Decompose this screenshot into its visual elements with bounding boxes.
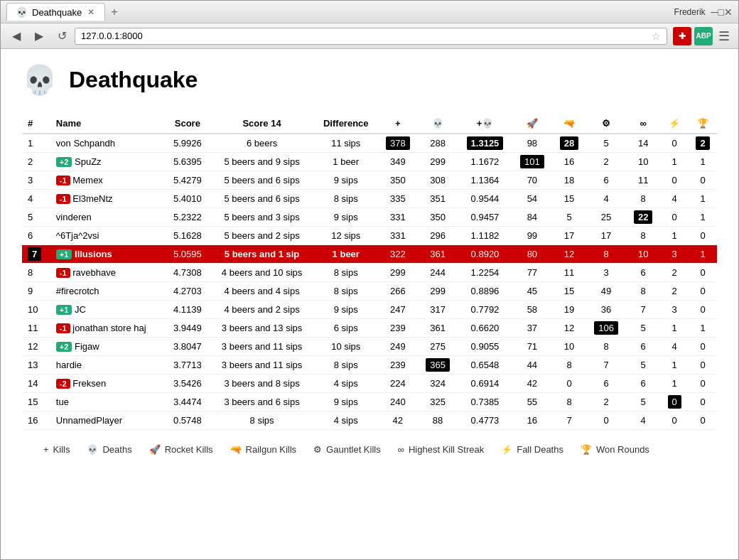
cell-deaths: 361 xyxy=(418,319,458,338)
cell-diff: 8 sips xyxy=(314,356,378,375)
table-row: 8-1 ravebhave4.73084 beers and 10 sips8 … xyxy=(22,264,717,282)
cell-name: -1 Memex xyxy=(50,171,165,190)
cell-won-rounds: 1 xyxy=(689,208,717,227)
forward-button[interactable]: ▶ xyxy=(29,26,49,46)
cell-won-rounds: 0 xyxy=(689,411,717,430)
cell-name: -2 Freksen xyxy=(50,375,165,393)
table-row: 13hardie3.77133 beers and 11 sips8 sips2… xyxy=(22,356,717,375)
cell-gauntlet-kills: 106 xyxy=(586,319,626,338)
cell-fall-deaths: 4 xyxy=(660,338,689,356)
cell-score14: 5 beers and 2 sips xyxy=(210,227,313,245)
cell-rank: 7 xyxy=(22,245,50,264)
cell-won-rounds: 1 xyxy=(689,319,717,338)
cell-won-rounds: 0 xyxy=(689,227,717,245)
cell-deaths: 325 xyxy=(418,393,458,411)
cell-kills: 249 xyxy=(378,338,418,356)
cell-name: +2 SpuZz xyxy=(50,153,165,171)
footer-fall-label: Fall Deaths xyxy=(517,444,563,455)
cell-kill-streak: 6 xyxy=(626,338,660,356)
cell-rocket-kills: 98 xyxy=(512,134,552,153)
cell-score: 3.8047 xyxy=(165,338,210,356)
cell-rail-kills: 12 xyxy=(552,245,586,264)
close-window-button[interactable]: ✕ xyxy=(724,6,733,18)
tab-close-button[interactable]: ✕ xyxy=(86,7,96,17)
cell-won-rounds: 1 xyxy=(689,190,717,208)
col-score14: Score 14 xyxy=(210,114,313,134)
cell-score: 3.9449 xyxy=(165,319,210,338)
cell-rank: 5 xyxy=(22,208,50,227)
back-button[interactable]: ◀ xyxy=(6,26,26,46)
rank-change-badge: +2 xyxy=(56,342,72,352)
cell-diff: 10 sips xyxy=(314,338,378,356)
cell-deaths: 296 xyxy=(418,227,458,245)
table-row: 5vinderen5.23225 beers and 3 sips9 sips3… xyxy=(22,208,717,227)
table-row: 4-1 El3meNtz5.40105 beers and 6 sips8 si… xyxy=(22,190,717,208)
cell-kill-streak: 7 xyxy=(626,301,660,319)
cell-deaths: 88 xyxy=(418,411,458,430)
cell-kill-streak: 5 xyxy=(626,319,660,338)
cell-kills: 322 xyxy=(378,245,418,264)
table-row: 6^6Tja^2vsi5.16285 beers and 2 sips12 si… xyxy=(22,227,717,245)
new-tab-button[interactable]: + xyxy=(105,4,123,20)
cell-fall-deaths: 0 xyxy=(660,134,689,153)
cell-rank: 14 xyxy=(22,375,50,393)
cell-rail-kills: 15 xyxy=(552,190,586,208)
extension-button-abp[interactable]: ABP xyxy=(694,27,713,45)
cell-name: von Schpandh xyxy=(50,134,165,153)
rank-change-badge: -1 xyxy=(56,323,70,333)
cell-won-rounds: 0 xyxy=(689,393,717,411)
cell-score: 4.7308 xyxy=(165,264,210,282)
cell-score: 5.2322 xyxy=(165,208,210,227)
cell-gauntlet-kills: 5 xyxy=(586,134,626,153)
cell-diff: 11 sips xyxy=(314,134,378,153)
cell-name: ^6Tja^2vsi xyxy=(50,227,165,245)
cell-ratio: 0.8896 xyxy=(458,282,512,301)
address-input[interactable] xyxy=(81,31,649,41)
cell-rail-kills: 11 xyxy=(552,264,586,282)
cell-rail-kills: 15 xyxy=(552,282,586,301)
cell-deaths: 275 xyxy=(418,338,458,356)
cell-fall-deaths: 1 xyxy=(660,153,689,171)
table-row: 1von Schpandh5.99266 beers11 sips3782881… xyxy=(22,134,717,153)
cell-kills: 299 xyxy=(378,264,418,282)
cell-name: +2 Figaw xyxy=(50,338,165,356)
cell-ratio: 0.9457 xyxy=(458,208,512,227)
cell-gauntlet-kills: 7 xyxy=(586,356,626,375)
cell-rocket-kills: 45 xyxy=(512,282,552,301)
col-rank: # xyxy=(22,114,50,134)
cell-rank: 10 xyxy=(22,301,50,319)
rank-change-badge: -1 xyxy=(56,194,70,204)
cell-ratio: 0.4773 xyxy=(458,411,512,430)
maximize-button[interactable]: □ xyxy=(718,6,724,18)
cell-rocket-kills: 42 xyxy=(512,375,552,393)
col-rounds: 🏆 xyxy=(689,114,717,134)
cell-ratio: 0.8920 xyxy=(458,245,512,264)
cell-name: +1 JC xyxy=(50,301,165,319)
cell-rocket-kills: 58 xyxy=(512,301,552,319)
cell-name: +1 Illusions xyxy=(50,245,165,264)
bookmark-button[interactable]: ☆ xyxy=(652,31,661,42)
cell-rank: 2 xyxy=(22,153,50,171)
browser-menu-button[interactable]: ☰ xyxy=(716,28,733,44)
table-row: 11-1 jonathan store haj3.94493 beers and… xyxy=(22,319,717,338)
cell-fall-deaths: 1 xyxy=(660,375,689,393)
cell-gauntlet-kills: 3 xyxy=(586,264,626,282)
cell-fall-deaths: 4 xyxy=(660,190,689,208)
footer-gauntlet-label: Gauntlet Kills xyxy=(326,444,381,455)
table-row: 9#firecrotch4.27034 beers and 4 sips8 si… xyxy=(22,282,717,301)
cell-gauntlet-kills: 2 xyxy=(586,393,626,411)
cell-won-rounds: 0 xyxy=(689,264,717,282)
cell-deaths: 299 xyxy=(418,153,458,171)
cell-diff: 8 sips xyxy=(314,282,378,301)
cell-deaths: 351 xyxy=(418,190,458,208)
minimize-button[interactable]: ─ xyxy=(711,6,718,18)
extension-button-red[interactable]: ✚ xyxy=(673,27,691,45)
reload-button[interactable]: ↺ xyxy=(52,26,72,46)
cell-rank: 4 xyxy=(22,190,50,208)
cell-kill-streak: 10 xyxy=(626,245,660,264)
cell-rail-kills: 17 xyxy=(552,227,586,245)
cell-score: 5.4010 xyxy=(165,190,210,208)
cell-rocket-kills: 16 xyxy=(512,411,552,430)
cell-kills: 378 xyxy=(378,134,418,153)
col-fall: ⚡ xyxy=(660,114,689,134)
